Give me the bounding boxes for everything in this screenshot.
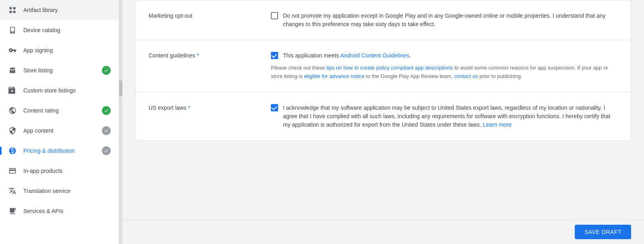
sidebar-label-translation-service: Translation service <box>23 188 111 194</box>
content-guidelines-required-star: * <box>197 52 199 59</box>
device-icon <box>8 26 17 35</box>
sidebar-item-services-apis[interactable]: Services & APIs <box>0 201 119 221</box>
sidebar-item-device-catalog[interactable]: Device catalog <box>0 20 119 40</box>
custom-store-icon <box>8 86 17 95</box>
marketing-opt-out-text: Do not promote my application except in … <box>283 12 618 29</box>
grid-icon <box>8 6 17 14</box>
sidebar-item-pricing-distribution[interactable]: Pricing & distribution <box>0 141 119 161</box>
marketing-opt-out-content: Do not promote my application except in … <box>271 12 618 29</box>
us-export-laws-text: I acknowledge that my software applicati… <box>283 104 618 129</box>
scrollbar-thumb[interactable] <box>119 80 122 96</box>
tips-link[interactable]: tips on how to create policy compliant a… <box>326 65 453 71</box>
sub-text-mid2: to the Google Play App Review team, <box>365 73 454 79</box>
sidebar-item-content-rating[interactable]: Content rating <box>0 100 119 121</box>
sidebar-label-app-content: App content <box>23 127 95 134</box>
content-guidelines-text-before: This application meets <box>283 52 340 59</box>
content-wrapper: Marketing opt-out Do not promote my appl… <box>122 0 644 219</box>
footer: SAVE DRAFT <box>122 219 644 244</box>
us-export-text-before: I acknowledge that my software applicati… <box>283 105 610 128</box>
content-guidelines-label: Content guidelines* <box>149 51 261 59</box>
marketing-opt-out-section: Marketing opt-out Do not promote my appl… <box>136 0 631 40</box>
sidebar-item-translation-service[interactable]: Translation service <box>0 181 119 201</box>
form-card: Marketing opt-out Do not promote my appl… <box>135 0 631 141</box>
sub-text-before: Please check out these <box>271 65 326 71</box>
shield-icon <box>8 126 17 135</box>
sidebar-label-content-rating: Content rating <box>23 107 95 114</box>
pricing-icon <box>8 146 17 155</box>
sidebar-label-artifact-library: Artifact library <box>23 7 111 13</box>
app-content-badge <box>102 126 111 135</box>
sidebar-item-app-content[interactable]: App content <box>0 121 119 141</box>
scrollbar-track[interactable] <box>119 0 122 244</box>
pricing-distribution-badge <box>102 146 111 155</box>
content-rating-badge <box>102 106 111 115</box>
us-export-laws-checkbox-row: I acknowledge that my software applicati… <box>271 104 618 129</box>
sidebar-item-in-app-products[interactable]: In-app products <box>0 161 119 181</box>
content-guidelines-section: Content guidelines* This application mee… <box>136 40 631 92</box>
sidebar-label-services-apis: Services & APIs <box>23 208 111 214</box>
marketing-opt-out-checkbox[interactable] <box>271 12 278 19</box>
sidebar-label-store-listing: Store listing <box>23 67 95 74</box>
key-icon <box>8 46 17 55</box>
save-draft-button[interactable]: SAVE DRAFT <box>575 225 631 239</box>
contact-us-link[interactable]: contact us <box>454 73 478 79</box>
us-export-laws-content: I acknowledge that my software applicati… <box>271 104 618 129</box>
sidebar-label-app-signing: App signing <box>23 47 111 53</box>
sidebar-item-store-listing[interactable]: Store listing <box>0 60 119 80</box>
us-export-laws-required-star: * <box>188 105 190 111</box>
marketing-opt-out-label: Marketing opt-out <box>149 12 261 19</box>
content-guidelines-sub-text: Please check out these tips on how to cr… <box>271 64 618 81</box>
content-guidelines-text-after: . <box>409 52 411 59</box>
android-content-guidelines-link[interactable]: Android Content Guidelines <box>340 52 409 59</box>
sidebar-label-device-catalog: Device catalog <box>23 27 111 33</box>
globe-icon <box>8 106 17 115</box>
active-indicator <box>0 147 2 155</box>
sidebar-label-custom-store-listings: Custom store listings <box>23 87 111 94</box>
translation-icon <box>8 187 17 195</box>
content-guidelines-checkbox-row: This application meets Android Content G… <box>271 51 618 60</box>
main-content-area: Marketing opt-out Do not promote my appl… <box>122 0 644 244</box>
sidebar-item-app-signing[interactable]: App signing <box>0 40 119 60</box>
content-guidelines-content: This application meets Android Content G… <box>271 51 618 81</box>
sidebar-item-artifact-library[interactable]: Artifact library <box>0 0 119 20</box>
sidebar-label-pricing-distribution: Pricing & distribution <box>23 148 95 154</box>
content-guidelines-text: This application meets Android Content G… <box>283 51 411 60</box>
marketing-opt-out-checkbox-row: Do not promote my application except in … <box>271 12 618 29</box>
sidebar-label-in-app-products: In-app products <box>23 168 111 174</box>
us-export-laws-label: US export laws* <box>149 104 261 111</box>
services-icon <box>8 207 17 215</box>
eligible-advance-notice-link[interactable]: eligible for advance notice <box>304 73 364 79</box>
sidebar: Artifact library Device catalog App sign… <box>0 0 119 244</box>
store-listing-badge <box>102 66 111 75</box>
store-icon <box>8 66 17 75</box>
content-guidelines-checkbox[interactable] <box>271 52 278 59</box>
us-export-laws-section: US export laws* I acknowledge that my so… <box>136 92 631 140</box>
us-export-laws-checkbox[interactable] <box>271 104 278 111</box>
us-export-learn-more-link[interactable]: Learn more <box>483 121 512 128</box>
sub-text-end: prior to publishing. <box>478 73 522 79</box>
inapp-icon <box>8 166 17 175</box>
sidebar-item-custom-store-listings[interactable]: Custom store listings <box>0 80 119 100</box>
